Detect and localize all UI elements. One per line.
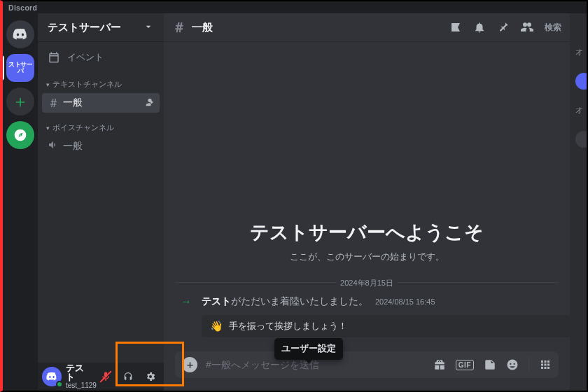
- category-voice-channels[interactable]: ▾ ボイスチャンネル: [42, 120, 160, 136]
- header-channel-name: 一般: [192, 21, 213, 34]
- text-channel-general[interactable]: ＃ 一般: [42, 93, 160, 113]
- hash-icon: ＃: [172, 18, 186, 37]
- channel-label: 一般: [63, 97, 83, 109]
- app-name: Discord: [8, 4, 37, 12]
- server-rail: ストサーバ ＋: [3, 13, 38, 391]
- message-scroller[interactable]: テストサーバーへようこそ ここが、このサーバーの始まりです。 2024年8月15…: [164, 41, 570, 344]
- server-dropdown[interactable]: テストサーバー: [38, 13, 164, 41]
- sticker-icon[interactable]: [484, 358, 496, 371]
- events-item[interactable]: イベント: [42, 46, 160, 69]
- welcome-title: テストサーバーへようこそ: [175, 220, 559, 245]
- invite-people-icon[interactable]: [143, 97, 154, 110]
- channel-sidebar: テストサーバー イベント ▾ テキストチャンネル ＃ 一般: [38, 13, 164, 391]
- channel-label: 一般: [63, 140, 83, 153]
- server-name: テストサーバー: [48, 21, 121, 34]
- welcome-block: テストサーバーへようこそ ここが、このサーバーの始まりです。: [164, 206, 570, 267]
- category-text-channels[interactable]: ▾ テキストチャンネル: [42, 76, 160, 92]
- status-online-icon: [56, 381, 63, 388]
- member-list-icon[interactable]: [521, 21, 533, 34]
- chevron-down-icon: ▾: [46, 125, 50, 132]
- threads-icon[interactable]: [449, 21, 462, 34]
- user-settings-button[interactable]: [141, 368, 160, 386]
- microphone-icon: [100, 371, 111, 382]
- hash-icon: ＃: [48, 95, 59, 111]
- mute-mic-button[interactable]: [97, 368, 115, 386]
- server-active-pill: [3, 55, 4, 80]
- server-icon-current[interactable]: ストサーバ: [6, 54, 34, 82]
- join-arrow-icon: →: [181, 295, 192, 308]
- home-button[interactable]: [6, 20, 34, 48]
- member-list: オ オ: [570, 13, 587, 391]
- user-panel: テスト test_1129: [38, 363, 164, 391]
- window-titlebar: Discord: [3, 1, 587, 13]
- chevron-down-icon: ▾: [46, 81, 50, 88]
- add-server-button[interactable]: ＋: [6, 88, 34, 115]
- system-join-message: → テストがただいま着陸いたしました。 2024/08/15 16:45: [164, 294, 570, 311]
- events-label: イベント: [67, 51, 104, 64]
- tooltip-user-settings: ユーザー設定: [274, 338, 343, 360]
- headset-icon: [122, 371, 134, 382]
- members-online-heading: オ: [570, 47, 583, 57]
- wave-greeting-button[interactable]: 👋 手を振って挨拶しましょう！: [202, 315, 570, 337]
- join-text: がただいま着陸いたしました。: [231, 295, 368, 307]
- pinned-messages-icon[interactable]: [497, 21, 510, 34]
- message-input[interactable]: [206, 359, 425, 370]
- compass-icon: [13, 128, 27, 142]
- discord-logo-icon: [46, 370, 58, 383]
- notifications-icon[interactable]: [473, 21, 486, 34]
- member-avatar[interactable]: [575, 131, 587, 148]
- apps-icon[interactable]: [539, 358, 552, 371]
- join-user[interactable]: テスト: [202, 295, 231, 307]
- message-composer: ＋ GIF: [175, 351, 559, 378]
- chevron-down-icon: [143, 21, 154, 34]
- wave-emoji-icon: 👋: [210, 320, 223, 332]
- attach-button[interactable]: ＋: [182, 357, 197, 372]
- members-offline-heading: オ: [570, 105, 583, 115]
- self-user-label[interactable]: テスト test_1129: [66, 364, 92, 390]
- deafen-button[interactable]: [119, 368, 137, 386]
- channel-header: ＃ 一般 検索: [164, 13, 570, 41]
- explore-servers-button[interactable]: [6, 121, 34, 149]
- join-timestamp: 2024/08/15 16:45: [375, 298, 435, 306]
- speaker-icon: [48, 139, 59, 154]
- date-divider: 2024年8月15日: [164, 276, 570, 288]
- chat-main: ＃ 一般 検索 テストサーバーへようこそ ここが、このサーバーの始まりです。 2: [164, 13, 570, 391]
- gif-icon[interactable]: GIF: [456, 360, 474, 370]
- discord-logo-icon: [12, 26, 29, 43]
- member-avatar[interactable]: [575, 73, 587, 90]
- search-label[interactable]: 検索: [545, 22, 561, 34]
- calendar-icon: [48, 51, 60, 64]
- voice-channel-general[interactable]: 一般: [42, 136, 160, 156]
- self-avatar[interactable]: [42, 367, 62, 386]
- emoji-icon[interactable]: [506, 358, 519, 371]
- welcome-subtitle: ここが、このサーバーの始まりです。: [175, 251, 559, 263]
- gear-icon: [145, 371, 156, 382]
- gift-icon[interactable]: [433, 358, 446, 371]
